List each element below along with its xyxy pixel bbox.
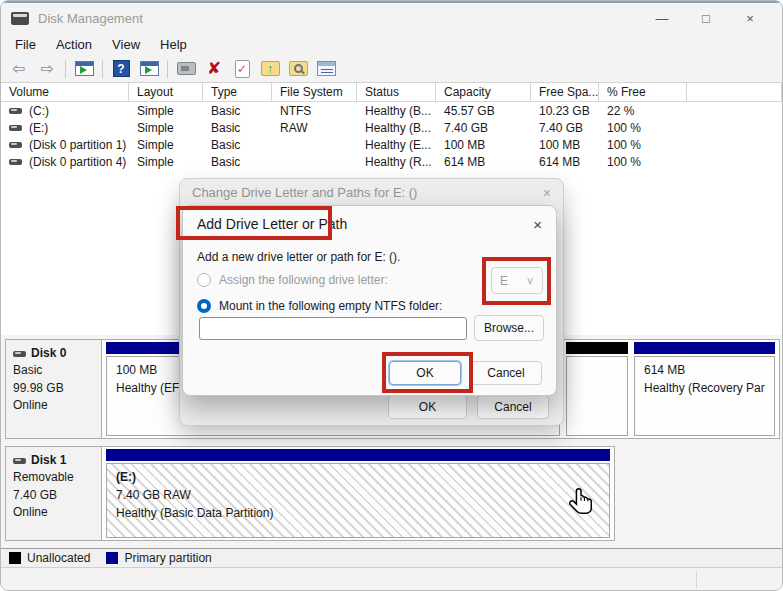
menu-action[interactable]: Action — [46, 35, 102, 54]
disk1-partitions: (E:) 7.40 GB RAW Healthy (Basic Data Par… — [102, 447, 614, 540]
primary-partition-band — [106, 449, 610, 461]
outer-ok-button[interactable]: OK — [388, 395, 467, 419]
show-window-icon[interactable] — [136, 57, 162, 81]
disk0-unallocated-space[interactable] — [564, 340, 630, 438]
search-folder-icon[interactable] — [285, 57, 311, 81]
column-file-system[interactable]: File System — [272, 83, 357, 101]
column-capacity[interactable]: Capacity — [436, 83, 531, 101]
legend-unallocated: Unallocated — [9, 551, 90, 565]
annotation-box-ok-button — [382, 352, 473, 393]
help-icon[interactable]: ? — [108, 57, 134, 81]
close-button[interactable]: × — [728, 4, 772, 32]
radio-mount-folder[interactable] — [197, 299, 211, 313]
disk1-e-partition[interactable]: (E:) 7.40 GB RAW Healthy (Basic Data Par… — [104, 447, 612, 540]
title-bar: Disk Management — □ × — [1, 3, 782, 33]
disk0-recovery-partition[interactable]: 614 MB Healthy (Recovery Par — [632, 340, 777, 438]
status-bar-divider — [696, 571, 697, 588]
forward-icon[interactable]: ⇨ — [34, 57, 60, 81]
column-type[interactable]: Type — [203, 83, 272, 101]
minimize-button[interactable]: — — [640, 4, 684, 32]
outer-dialog-footer: OK Cancel — [388, 395, 549, 419]
column-layout[interactable]: Layout — [129, 83, 203, 101]
volume-icon — [9, 125, 22, 131]
toolbar-separator — [102, 60, 103, 78]
assign-letter-option[interactable]: Assign the following drive letter: — [197, 273, 388, 287]
primary-partition-band — [634, 342, 775, 354]
open-folder-icon[interactable]: ↑ — [257, 57, 283, 81]
column-pct-free[interactable]: % Free — [599, 83, 687, 101]
disk-management-app-icon — [11, 12, 29, 25]
inner-close-icon[interactable]: × — [533, 216, 542, 233]
disk-icon — [13, 351, 26, 357]
column-spacer — [687, 83, 782, 101]
annotation-box-drive-letter-dropdown — [482, 257, 551, 305]
browse-button[interactable]: Browse... — [474, 315, 544, 341]
table-row[interactable]: (Disk 0 partition 1) Simple Basic Health… — [1, 136, 782, 153]
display-icon[interactable] — [173, 57, 199, 81]
column-status[interactable]: Status — [357, 83, 436, 101]
column-free-space[interactable]: Free Spa... — [531, 83, 599, 101]
toolbar-separator — [167, 60, 168, 78]
unallocated-band — [566, 342, 628, 354]
annotation-box-dialog-title — [176, 206, 332, 240]
window-controls: — □ × — [640, 4, 772, 32]
cancel-button[interactable]: Cancel — [470, 361, 542, 385]
window-title: Disk Management — [38, 11, 143, 26]
menu-help[interactable]: Help — [150, 35, 197, 54]
volume-icon — [9, 142, 22, 148]
menu-bar: File Action View Help — [1, 33, 782, 55]
outer-close-icon[interactable]: × — [543, 185, 551, 201]
hand-cursor — [567, 487, 595, 523]
table-row[interactable]: (C:) Simple Basic NTFS Healthy (B... 45.… — [1, 102, 782, 119]
unallocated-swatch — [9, 552, 21, 564]
checklist-icon[interactable] — [313, 57, 339, 81]
toolbar: ⇦ ⇨ ? ✘ ✓ ↑ — [1, 55, 782, 83]
legend-primary-partition: Primary partition — [106, 551, 211, 565]
radio-assign-letter[interactable] — [197, 273, 211, 287]
delete-icon[interactable]: ✘ — [201, 57, 227, 81]
mount-folder-option[interactable]: Mount in the following empty NTFS folder… — [197, 299, 442, 313]
disk-management-window: Disk Management — □ × File Action View H… — [0, 0, 783, 591]
menu-file[interactable]: File — [5, 35, 46, 54]
volume-icon — [9, 108, 22, 114]
legend-bar: Unallocated Primary partition — [1, 548, 782, 567]
maximize-button[interactable]: □ — [684, 4, 728, 32]
primary-partition-swatch — [106, 552, 118, 564]
outer-cancel-button[interactable]: Cancel — [477, 395, 549, 419]
menu-view[interactable]: View — [102, 35, 150, 54]
disk1-row: Disk 1 Removable 7.40 GB Online (E:) 7.4… — [5, 446, 615, 541]
table-row[interactable]: (E:) Simple Basic RAW Healthy (B... 7.40… — [1, 119, 782, 136]
console-tree-icon[interactable] — [71, 57, 97, 81]
outer-dialog-title: Change Drive Letter and Paths for E: () — [192, 185, 417, 200]
disk1-header[interactable]: Disk 1 Removable 7.40 GB Online — [6, 447, 102, 540]
properties-icon[interactable]: ✓ — [229, 57, 255, 81]
mount-path-input[interactable] — [199, 317, 467, 340]
dialog-description: Add a new drive letter or path for E: ()… — [197, 250, 400, 264]
column-volume[interactable]: Volume — [1, 83, 129, 101]
status-bar — [1, 567, 782, 590]
back-icon[interactable]: ⇦ — [6, 57, 32, 81]
table-row[interactable]: (Disk 0 partition 4) Simple Basic Health… — [1, 153, 782, 170]
disk0-header[interactable]: Disk 0 Basic 99.98 GB Online — [6, 340, 102, 438]
disk-icon — [13, 458, 26, 464]
volume-table-header: Volume Layout Type File System Status Ca… — [1, 83, 782, 102]
volume-icon — [9, 159, 22, 165]
outer-dialog-title-bar: Change Drive Letter and Paths for E: () … — [180, 179, 563, 206]
toolbar-separator — [65, 60, 66, 78]
